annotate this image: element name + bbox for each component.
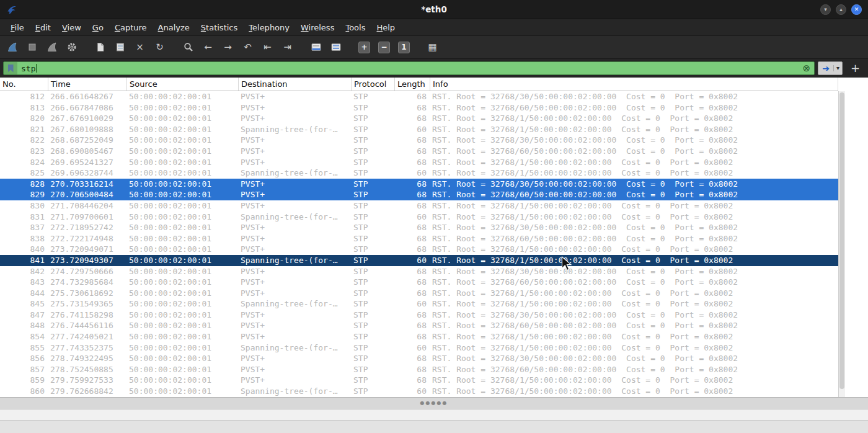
packet-row-848[interactable]: 848276.74445611650:00:00:02:00:01PVST+ST… bbox=[0, 320, 838, 331]
filter-dropdown-caret[interactable]: ▾ bbox=[833, 65, 842, 71]
open-capture-file-button[interactable] bbox=[91, 38, 110, 56]
packet-row-838[interactable]: 838272.72217494850:00:00:02:00:01PVST+ST… bbox=[0, 233, 838, 244]
column-header-source[interactable]: Source bbox=[127, 78, 239, 91]
packet-row-841[interactable]: 841273.72094930750:00:00:02:00:01Spannin… bbox=[0, 255, 838, 266]
colorize-toggle-button[interactable] bbox=[326, 38, 345, 56]
cell-time: 277.743352375 bbox=[48, 342, 127, 354]
packet-row-837[interactable]: 837272.71895274250:00:00:02:00:01PVST+ST… bbox=[0, 222, 838, 233]
packet-row-844[interactable]: 844275.73061869250:00:00:02:00:01PVST+ST… bbox=[0, 288, 838, 299]
cell-time: 273.720949071 bbox=[48, 244, 127, 255]
minimize-button[interactable]: ▾ bbox=[820, 4, 831, 15]
capture-options-button[interactable] bbox=[62, 38, 81, 56]
column-header-length[interactable]: Length bbox=[395, 78, 430, 91]
cell-info: RST. Root = 32768/30/50:00:00:02:00:00 C… bbox=[430, 91, 838, 102]
go-to-packet-button[interactable]: ↶ bbox=[238, 38, 257, 56]
menu-telephony[interactable]: Telephony bbox=[243, 21, 295, 34]
zoom-in-button[interactable]: + bbox=[355, 38, 374, 56]
close-capture-file-button[interactable]: × bbox=[130, 38, 149, 56]
cell-no: 830 bbox=[0, 200, 48, 212]
column-header-no[interactable]: No. bbox=[0, 78, 48, 91]
menu-view[interactable]: View bbox=[56, 21, 87, 34]
cell-info: RST. Root = 32768/1/50:00:00:02:00:00 Co… bbox=[430, 244, 838, 255]
cell-length: 68 bbox=[395, 288, 430, 299]
packet-row-847[interactable]: 847276.74115829850:00:00:02:00:01PVST+ST… bbox=[0, 310, 838, 321]
packet-row-823[interactable]: 823268.69080546750:00:00:02:00:01PVST+ST… bbox=[0, 146, 838, 157]
menu-help[interactable]: Help bbox=[371, 21, 401, 34]
cell-info: RST. Root = 32768/1/50:00:00:02:00:00 Co… bbox=[430, 288, 838, 299]
packet-row-855[interactable]: 855277.74335237550:00:00:02:00:01Spannin… bbox=[0, 342, 838, 354]
packet-row-842[interactable]: 842274.72975066650:00:00:02:00:01PVST+ST… bbox=[0, 266, 838, 277]
packet-row-831[interactable]: 831271.70970060150:00:00:02:00:01Spannin… bbox=[0, 212, 838, 223]
cell-info: RST. Root = 32768/1/50:00:00:02:00:00 Co… bbox=[430, 331, 838, 342]
menu-tools[interactable]: Tools bbox=[340, 21, 371, 34]
stop-capture-button[interactable] bbox=[22, 38, 42, 56]
packet-row-824[interactable]: 824269.69524132750:00:00:02:00:01PVST+ST… bbox=[0, 157, 838, 168]
packet-row-820[interactable]: 820267.67691002950:00:00:02:00:01PVST+ST… bbox=[0, 113, 838, 124]
go-back-button[interactable]: ← bbox=[198, 38, 218, 56]
cell-source: 50:00:00:02:00:01 bbox=[127, 353, 239, 364]
cell-length: 60 bbox=[395, 167, 430, 179]
menu-edit[interactable]: Edit bbox=[30, 21, 56, 34]
go-last-packet-button[interactable]: ⇥ bbox=[278, 38, 297, 56]
menu-capture[interactable]: Capture bbox=[109, 21, 153, 34]
packet-row-822[interactable]: 822268.68725204950:00:00:02:00:01PVST+ST… bbox=[0, 135, 838, 146]
start-capture-button[interactable] bbox=[2, 38, 22, 56]
column-header-info[interactable]: Info bbox=[430, 78, 838, 91]
resize-columns-button[interactable]: ▦ bbox=[423, 38, 442, 56]
scrollbar-thumb[interactable] bbox=[839, 92, 844, 389]
packet-row-845[interactable]: 845275.73154936550:00:00:02:00:01Spannin… bbox=[0, 298, 838, 310]
packet-row-854[interactable]: 854277.74240502150:00:00:02:00:01PVST+ST… bbox=[0, 331, 838, 342]
save-capture-file-button[interactable] bbox=[110, 38, 130, 56]
zoom-out-button[interactable]: − bbox=[374, 38, 394, 56]
pane-splitter[interactable]: ●●●●● bbox=[0, 397, 868, 409]
filter-clear-icon[interactable]: ⊗ bbox=[803, 64, 811, 73]
cell-no: 824 bbox=[0, 157, 48, 168]
packet-row-812[interactable]: 812266.66164826750:00:00:02:00:01PVST+ST… bbox=[0, 91, 838, 102]
auto-scroll-toggle-button[interactable] bbox=[306, 38, 326, 56]
packet-row-825[interactable]: 825269.69632874450:00:00:02:00:01Spannin… bbox=[0, 167, 838, 179]
packet-row-859[interactable]: 859279.75992753350:00:00:02:00:01PVST+ST… bbox=[0, 375, 838, 386]
cell-destination: PVST+ bbox=[239, 113, 352, 124]
packet-row-840[interactable]: 840273.72094907150:00:00:02:00:01PVST+ST… bbox=[0, 244, 838, 255]
column-header-protocol[interactable]: Protocol bbox=[352, 78, 395, 91]
cell-source: 50:00:00:02:00:01 bbox=[127, 331, 239, 342]
filter-add-button[interactable]: + bbox=[846, 63, 865, 74]
menu-wireless[interactable]: Wireless bbox=[295, 21, 340, 34]
packet-row-830[interactable]: 830271.70844620450:00:00:02:00:01PVST+ST… bbox=[0, 200, 838, 212]
cell-time: 266.667847086 bbox=[48, 102, 127, 114]
filter-bookmark-button[interactable] bbox=[4, 62, 17, 74]
cell-destination: PVST+ bbox=[239, 146, 352, 157]
cell-source: 50:00:00:02:00:01 bbox=[127, 179, 239, 190]
packet-details-pane bbox=[0, 409, 868, 420]
close-button[interactable]: ✕ bbox=[851, 4, 862, 15]
menu-file[interactable]: File bbox=[5, 21, 30, 34]
cell-no: 831 bbox=[0, 212, 48, 223]
column-header-destination[interactable]: Destination bbox=[239, 78, 352, 91]
vertical-scrollbar[interactable] bbox=[838, 91, 845, 397]
packet-row-828[interactable]: 828270.70331621450:00:00:02:00:01PVST+ST… bbox=[0, 179, 838, 190]
column-header-time[interactable]: Time bbox=[48, 78, 127, 91]
filter-apply-button[interactable]: ➔ bbox=[818, 64, 833, 73]
packet-row-857[interactable]: 857278.75245088550:00:00:02:00:01PVST+ST… bbox=[0, 364, 838, 375]
restart-capture-button[interactable] bbox=[42, 38, 61, 56]
titlebar[interactable]: *eth0 ▾ ▴ ✕ bbox=[0, 0, 868, 19]
go-back-icon: ← bbox=[204, 43, 212, 52]
go-forward-button[interactable]: → bbox=[218, 38, 237, 56]
packet-row-860[interactable]: 860279.76266884250:00:00:02:00:01Spannin… bbox=[0, 386, 838, 397]
menu-analyze[interactable]: Analyze bbox=[153, 21, 195, 34]
cell-info: RST. Root = 32768/30/50:00:00:02:00:00 C… bbox=[430, 266, 838, 277]
go-first-packet-button[interactable]: ⇤ bbox=[258, 38, 277, 56]
packet-row-843[interactable]: 843274.73298568450:00:00:02:00:01PVST+ST… bbox=[0, 277, 838, 288]
menu-go[interactable]: Go bbox=[87, 21, 109, 34]
reload-capture-button[interactable]: ↻ bbox=[150, 38, 169, 56]
find-packet-button[interactable] bbox=[179, 38, 198, 56]
display-filter-input[interactable]: stp ⊗ bbox=[3, 61, 815, 75]
cell-length: 68 bbox=[395, 233, 430, 244]
maximize-button[interactable]: ▴ bbox=[836, 4, 846, 15]
packet-row-829[interactable]: 829270.70650048450:00:00:02:00:01PVST+ST… bbox=[0, 189, 838, 200]
zoom-reset-button[interactable]: 1 bbox=[394, 38, 414, 56]
packet-row-813[interactable]: 813266.66784708650:00:00:02:00:01PVST+ST… bbox=[0, 102, 838, 114]
packet-row-821[interactable]: 821267.68010988850:00:00:02:00:01Spannin… bbox=[0, 124, 838, 135]
packet-row-856[interactable]: 856278.74932249550:00:00:02:00:01PVST+ST… bbox=[0, 353, 838, 364]
menu-statistics[interactable]: Statistics bbox=[195, 21, 243, 34]
